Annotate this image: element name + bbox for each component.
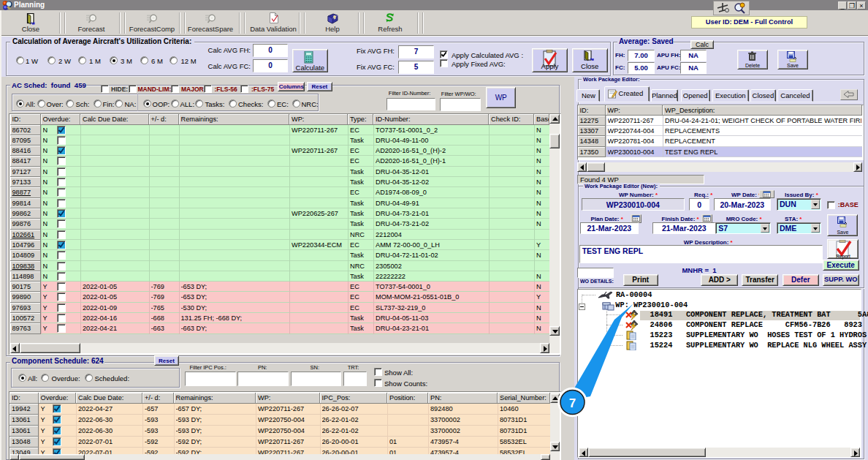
svg-text:7: 7 xyxy=(569,396,576,410)
